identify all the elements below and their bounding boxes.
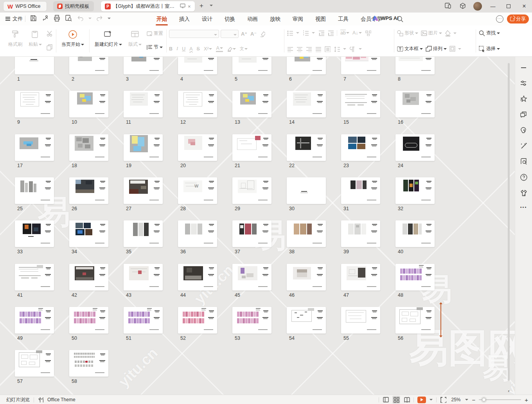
- print-preview-icon[interactable]: [65, 14, 72, 22]
- scrollbar-thumb[interactable]: [508, 63, 510, 381]
- undo-dropdown-icon[interactable]: [88, 18, 92, 21]
- slide-sorter-view-icon[interactable]: [392, 396, 400, 404]
- arrange-button[interactable]: 排列: [425, 45, 447, 52]
- slide-card[interactable]: [124, 57, 163, 74]
- slide-thumbnail-47[interactable]: 47: [341, 264, 380, 298]
- slide-card[interactable]: [341, 134, 380, 161]
- font-size-select[interactable]: [221, 30, 239, 38]
- slide-sorter-canvas[interactable]: 易易yitu.cn易易图网易yitu.cnyitu.cn 12345678910…: [0, 57, 515, 395]
- zoom-dropdown-icon[interactable]: [465, 399, 468, 402]
- slide-thumbnail-10[interactable]: 10: [69, 91, 108, 125]
- slide-thumbnail-3[interactable]: 3: [124, 57, 163, 82]
- slide-card[interactable]: [69, 307, 108, 334]
- slide-card[interactable]: [287, 177, 326, 204]
- slide-card[interactable]: [124, 220, 163, 247]
- slide-thumbnail-31[interactable]: 31: [341, 177, 380, 211]
- vertical-text-icon[interactable]: A↓: [352, 30, 362, 36]
- slide-thumbnail-45[interactable]: 45: [232, 264, 271, 298]
- zoom-out-button[interactable]: −: [472, 397, 475, 403]
- bold-icon[interactable]: B: [169, 46, 173, 52]
- slide-card[interactable]: [69, 264, 108, 290]
- slide-card[interactable]: [15, 57, 54, 74]
- effects-star-icon[interactable]: [520, 95, 527, 103]
- slide-thumbnail-29[interactable]: 29: [232, 177, 271, 211]
- justify-icon[interactable]: [315, 46, 321, 52]
- slide-card[interactable]: [395, 177, 435, 204]
- slide-thumbnail-42[interactable]: 42: [69, 264, 108, 298]
- select-button[interactable]: 选择: [478, 45, 500, 52]
- slide-thumbnail-51[interactable]: 51: [124, 307, 163, 341]
- slide-card[interactable]: [69, 57, 108, 74]
- increase-font-icon[interactable]: A⁺: [240, 31, 248, 37]
- slide-thumbnail-27[interactable]: 27: [124, 177, 163, 211]
- wps-ai-button[interactable]: WPS AI: [372, 15, 399, 21]
- decrease-font-icon[interactable]: A⁻: [250, 31, 257, 37]
- copy-icon[interactable]: [46, 44, 53, 50]
- share-button[interactable]: 分享: [507, 14, 529, 23]
- increase-indent-icon[interactable]: [327, 30, 334, 36]
- slide-card[interactable]: [15, 177, 54, 204]
- scrollbar-down-arrow[interactable]: ▼: [507, 390, 510, 393]
- text-direction-icon[interactable]: ab: [340, 30, 349, 36]
- slide-card[interactable]: [395, 134, 435, 161]
- cut-icon[interactable]: [46, 30, 53, 37]
- theme-shirt-icon[interactable]: [38, 397, 43, 402]
- slide-thumbnail-49[interactable]: 49: [15, 307, 54, 341]
- redo-icon[interactable]: [96, 14, 103, 22]
- close-tab-icon[interactable]: ×: [188, 4, 191, 9]
- zoom-slider-thumb[interactable]: [482, 398, 486, 402]
- slide-card[interactable]: [341, 177, 380, 204]
- slide-card[interactable]: [124, 91, 163, 117]
- paste-button[interactable]: 粘贴: [26, 28, 45, 50]
- slide-thumbnail-14[interactable]: 14: [287, 91, 326, 125]
- save-icon[interactable]: [30, 14, 37, 22]
- slide-thumbnail-57[interactable]: 57: [15, 350, 54, 384]
- more-tools-icon[interactable]: •••: [520, 205, 527, 209]
- slide-card[interactable]: [15, 264, 54, 290]
- slide-switch-icon[interactable]: [520, 111, 527, 118]
- print-icon[interactable]: [53, 14, 61, 22]
- collapse-panel-icon[interactable]: [520, 64, 527, 71]
- find-in-document-icon[interactable]: [520, 158, 527, 165]
- text-effects-icon[interactable]: A: [189, 46, 192, 52]
- slide-card[interactable]: [232, 264, 271, 290]
- help-icon[interactable]: [520, 173, 527, 181]
- menu-tab-开始[interactable]: 开始: [156, 16, 168, 23]
- slide-thumbnail-28[interactable]: W28: [178, 177, 217, 211]
- slide-thumbnail-32[interactable]: 32: [395, 177, 435, 211]
- slide-thumbnail-30[interactable]: 30: [287, 177, 326, 211]
- slide-card[interactable]: [287, 264, 326, 290]
- slide-card[interactable]: [178, 134, 217, 161]
- slide-thumbnail-33[interactable]: 33: [15, 220, 54, 254]
- underline-icon[interactable]: U: [182, 46, 185, 52]
- slide-thumbnail-18[interactable]: 18: [69, 134, 108, 168]
- docer-resources-icon[interactable]: [520, 126, 527, 134]
- slide-thumbnail-44[interactable]: 44: [178, 264, 217, 298]
- distribute-text-icon[interactable]: [324, 46, 331, 52]
- slide-card[interactable]: [232, 91, 271, 117]
- slide-thumbnail-17[interactable]: 17: [15, 134, 54, 168]
- slide-card[interactable]: [15, 350, 54, 377]
- phonetic-guide-icon[interactable]: 文: [240, 46, 248, 52]
- slide-card[interactable]: [287, 57, 326, 74]
- slideshow-dropdown-icon[interactable]: [430, 399, 433, 402]
- slide-card[interactable]: [124, 264, 163, 290]
- slide-card[interactable]: [232, 177, 271, 204]
- slide-card[interactable]: [395, 307, 435, 334]
- slide-card[interactable]: [69, 220, 108, 247]
- slide-card[interactable]: [341, 307, 380, 334]
- slide-thumbnail-55[interactable]: 55: [341, 307, 380, 341]
- slide-card[interactable]: [341, 264, 380, 290]
- slide-thumbnail-11[interactable]: 11: [124, 91, 163, 125]
- menu-tab-工具[interactable]: 工具: [337, 16, 349, 23]
- smart-beautify-wand-icon[interactable]: [520, 142, 527, 150]
- device-sync-icon[interactable]: [440, 3, 455, 10]
- slide-thumbnail-8[interactable]: 8: [395, 57, 435, 82]
- slide-card[interactable]: [69, 134, 108, 161]
- italic-icon[interactable]: I: [176, 46, 178, 52]
- slide-thumbnail-26[interactable]: 26: [69, 177, 108, 211]
- slide-thumbnail-9[interactable]: 9: [15, 91, 54, 125]
- vertical-scrollbar[interactable]: ▼: [507, 57, 510, 395]
- slide-card[interactable]: [15, 91, 54, 117]
- slide-thumbnail-1[interactable]: 1: [15, 57, 54, 82]
